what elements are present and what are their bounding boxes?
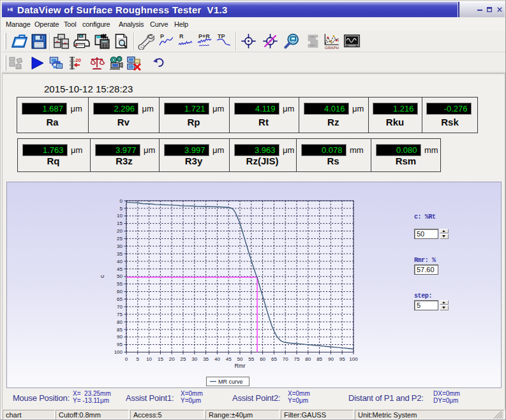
svg-text:55: 55 [117, 281, 123, 287]
svg-text:20: 20 [117, 228, 123, 234]
svg-text:80: 80 [117, 319, 123, 325]
svg-text:20: 20 [169, 356, 175, 362]
svg-text:65: 65 [271, 356, 277, 362]
svg-text:MR curve: MR curve [218, 379, 243, 385]
svg-text:80: 80 [305, 356, 311, 362]
svg-text:100: 100 [114, 349, 123, 355]
svg-text:85: 85 [316, 356, 322, 362]
svg-text:45: 45 [117, 266, 123, 272]
svg-text:70: 70 [283, 356, 288, 362]
svg-text:25: 25 [181, 356, 186, 362]
svg-text:90: 90 [117, 334, 123, 340]
svg-text:10: 10 [146, 356, 152, 362]
svg-text:75: 75 [294, 356, 300, 362]
svg-text:50: 50 [117, 273, 123, 279]
svg-text:10: 10 [117, 213, 123, 219]
svg-text:Rmr: Rmr [235, 363, 246, 369]
svg-text:60: 60 [117, 289, 123, 294]
svg-text:35: 35 [203, 356, 209, 362]
svg-text:0: 0 [120, 198, 123, 204]
svg-text:40: 40 [214, 356, 220, 362]
svg-text:R: R [179, 33, 184, 40]
svg-text:95: 95 [117, 342, 123, 347]
svg-text:60: 60 [260, 356, 265, 362]
svg-text:30: 30 [191, 356, 197, 362]
svg-text:45: 45 [226, 356, 232, 362]
svg-text:55: 55 [248, 356, 254, 362]
svg-text:25: 25 [117, 236, 123, 242]
svg-text:90: 90 [328, 356, 334, 362]
svg-text:35: 35 [117, 251, 123, 257]
svg-text:100: 100 [349, 356, 358, 362]
svg-text:15: 15 [117, 221, 123, 226]
svg-text:75: 75 [117, 312, 123, 317]
svg-text:85: 85 [117, 327, 123, 333]
svg-text:0: 0 [125, 356, 128, 362]
svg-text:30: 30 [117, 243, 123, 249]
svg-text:GRAPH: GRAPH [325, 45, 339, 50]
svg-text:5: 5 [120, 206, 123, 212]
svg-text:20: 20 [75, 57, 81, 63]
svg-text:50: 50 [237, 356, 243, 362]
svg-text:P: P [160, 33, 164, 40]
svg-text:5: 5 [137, 356, 140, 362]
svg-text:P+R: P+R [198, 33, 210, 40]
svg-text:70: 70 [117, 304, 123, 310]
svg-text:65: 65 [117, 296, 123, 302]
svg-text:40: 40 [117, 259, 123, 264]
svg-text:TP: TP [218, 33, 225, 40]
svg-text:95: 95 [339, 356, 345, 362]
svg-text:15: 15 [158, 356, 163, 362]
svg-text:c: c [99, 275, 105, 278]
